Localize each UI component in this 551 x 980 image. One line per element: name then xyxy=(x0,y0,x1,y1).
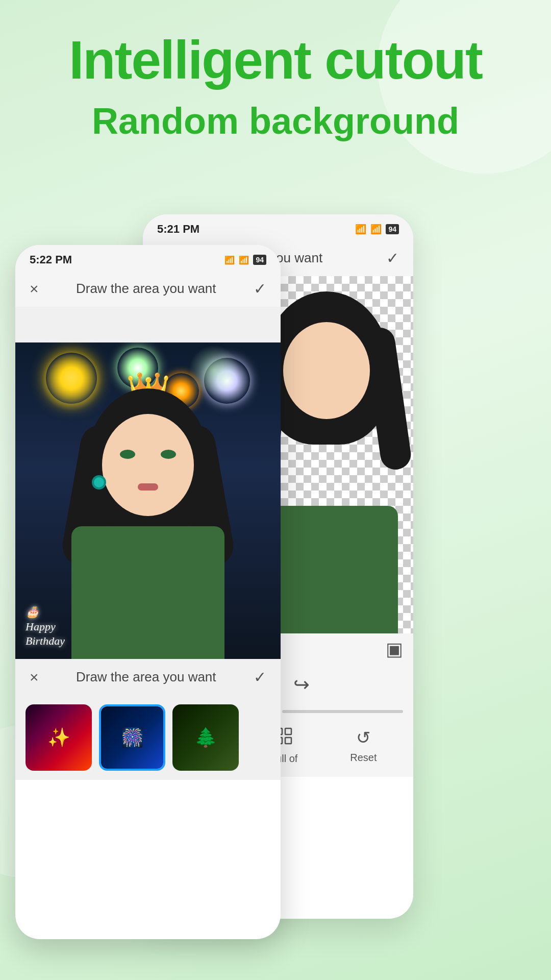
front-main-image: 👑 xyxy=(15,342,281,659)
front-status-time: 5:22 PM xyxy=(30,253,72,266)
thumbnail-3[interactable]: 🌲 xyxy=(172,704,239,771)
jacket xyxy=(71,526,224,659)
front-status-bar: 5:22 PM 📶 📶 94 xyxy=(15,245,281,271)
front-bottom-toolbar: × Draw the area you want ✓ xyxy=(15,659,281,695)
thumbnail-1[interactable]: ✨ xyxy=(26,704,92,771)
birthday-line1: 🎂 xyxy=(26,605,65,620)
svg-rect-3 xyxy=(285,738,291,744)
reset-icon: ↺ xyxy=(356,727,370,748)
front-wifi-icon: 📶 xyxy=(239,255,249,265)
eye-right xyxy=(161,450,176,459)
birthday-line3: Birthday xyxy=(26,634,65,649)
birthday-text: 🎂 Happy Birthday xyxy=(26,605,65,649)
thumb-bg-3: 🌲 xyxy=(172,704,239,771)
back-confirm-button[interactable]: ✓ xyxy=(386,249,399,267)
back-status-icons: 📶 📶 94 xyxy=(355,224,399,235)
signal-icon: 📶 xyxy=(355,224,366,235)
slider-opacity[interactable] xyxy=(282,710,403,713)
back-phone-status-bar: 5:21 PM 📶 📶 94 xyxy=(143,214,413,240)
front-top-toolbar: × Draw the area you want ✓ xyxy=(15,271,281,307)
lips xyxy=(138,483,158,491)
thumb3-content: 🌲 xyxy=(172,704,239,771)
compare-icon[interactable]: ▣ xyxy=(386,639,403,660)
thumb-bg-2: 🎆 xyxy=(101,706,163,769)
thumb-bg-1: ✨ xyxy=(26,704,92,771)
wifi-icon: 📶 xyxy=(370,224,382,235)
header-section: Intelligent cutout Random background xyxy=(0,31,551,142)
svg-rect-1 xyxy=(285,728,291,734)
front-signal-icon: 📶 xyxy=(224,255,235,265)
face xyxy=(102,414,194,516)
front-bottom-confirm-button[interactable]: ✓ xyxy=(254,668,266,686)
phones-container: 5:21 PM 📶 📶 94 area you want ✓ xyxy=(0,204,551,944)
reset-label: Reset xyxy=(350,752,377,764)
redo-button[interactable]: ↪ xyxy=(293,673,310,696)
front-confirm-button[interactable]: ✓ xyxy=(254,280,266,298)
subtitle: Random background xyxy=(0,100,551,142)
front-battery: 94 xyxy=(253,255,266,265)
char-face xyxy=(283,322,370,419)
thumbnail-strip: ✨ 🎆 🌲 xyxy=(15,695,281,780)
front-top-spacer xyxy=(15,307,281,342)
action-reset[interactable]: ↺ Reset xyxy=(350,727,377,765)
front-bottom-toolbar-title: Draw the area you want xyxy=(76,669,216,685)
phone-front: 5:22 PM 📶 📶 94 × Draw the area you want … xyxy=(15,245,281,939)
front-toolbar-title: Draw the area you want xyxy=(76,281,216,297)
birthday-line2: Happy xyxy=(26,620,65,634)
main-title: Intelligent cutout xyxy=(0,31,551,90)
front-status-icons: 📶 📶 94 xyxy=(224,255,266,265)
earring xyxy=(92,475,106,489)
eye-left xyxy=(120,450,135,459)
thumb2-content: 🎆 xyxy=(101,706,163,769)
thumbnail-2[interactable]: 🎆 xyxy=(99,704,165,771)
front-close-button[interactable]: × xyxy=(30,280,39,298)
anime-illustration: 👑 xyxy=(15,342,281,659)
character-body: 👑 xyxy=(61,373,235,659)
back-status-time: 5:21 PM xyxy=(157,223,199,236)
back-battery: 94 xyxy=(386,224,399,234)
thumb1-content: ✨ xyxy=(26,704,92,771)
front-bottom-close-button[interactable]: × xyxy=(30,669,39,686)
